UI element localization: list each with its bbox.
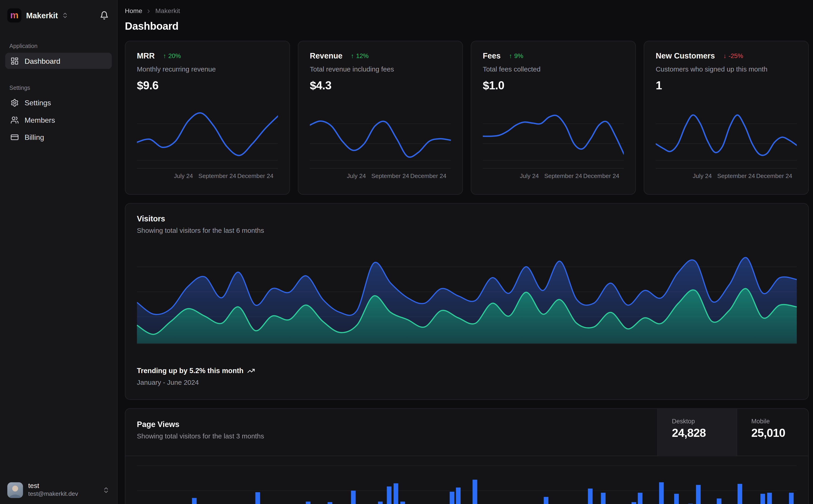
sparkline-x-axis: July 24September 24December 24 (310, 173, 451, 180)
sparkline-x-axis: July 24September 24December 24 (483, 173, 624, 180)
app-window: m Makerkit Application Dashboard Setting… (0, 0, 813, 504)
desktop-value: 24,828 (672, 427, 737, 440)
stat-card-new-customers: New Customers ↓-25% Customers who signed… (644, 41, 809, 195)
desktop-label: Desktop (672, 418, 737, 425)
stat-title: Fees (483, 51, 501, 60)
layout-dashboard-icon (11, 57, 19, 65)
page-title: Dashboard (125, 20, 809, 32)
breadcrumb: Home Makerkit (125, 7, 809, 15)
trending-up-icon (247, 367, 255, 375)
user-name: test (28, 482, 97, 490)
stat-title: Revenue (310, 51, 343, 60)
main-content: Home Makerkit Dashboard MRR ↑20% Monthly… (117, 0, 813, 504)
stat-delta-down: ↓-25% (723, 52, 743, 59)
arrow-up-icon: ↑ (509, 52, 512, 59)
sparkline-x-axis: July 24September 24December 24 (656, 173, 797, 180)
stat-subtitle: Total fees collected (483, 65, 624, 73)
page-views-bar-chart (137, 456, 797, 504)
mobile-label: Mobile (751, 418, 808, 425)
workspace-switcher[interactable]: m Makerkit (5, 5, 112, 25)
sidebar-item-billing[interactable]: Billing (5, 129, 112, 145)
sidebar-item-label: Members (24, 116, 55, 124)
sidebar: m Makerkit Application Dashboard Setting… (0, 0, 117, 504)
mobile-value: 25,010 (751, 427, 808, 440)
notifications-button[interactable] (99, 10, 110, 21)
stat-subtitle: Total revenue including fees (310, 65, 451, 73)
sidebar-item-label: Settings (24, 98, 51, 107)
visitors-subtitle: Showing total visitors for the last 6 mo… (137, 227, 797, 234)
mrr-sparkline-chart (137, 105, 278, 169)
nav-group-application: Application (9, 43, 108, 49)
stat-cards-row: MRR ↑20% Monthly recurring revenue $9.6 … (125, 41, 809, 195)
stat-card-revenue: Revenue ↑12% Total revenue including fee… (298, 41, 463, 195)
visitors-card: Visitors Showing total visitors for the … (125, 203, 809, 400)
sidebar-item-dashboard[interactable]: Dashboard (5, 53, 112, 69)
stat-delta-up: ↑20% (163, 52, 181, 59)
user-menu[interactable]: test test@makerkit.dev (5, 481, 112, 499)
logo-letter: m (10, 11, 19, 20)
stat-card-mrr: MRR ↑20% Monthly recurring revenue $9.6 … (125, 41, 290, 195)
stat-subtitle: Customers who signed up this month (656, 65, 797, 73)
user-avatar (7, 482, 23, 498)
stat-title: New Customers (656, 51, 715, 60)
sidebar-item-label: Dashboard (24, 57, 60, 65)
breadcrumb-current: Makerkit (155, 7, 180, 15)
stat-card-fees: Fees ↑9% Total fees collected $1.0 July … (471, 41, 636, 195)
arrow-up-icon: ↑ (163, 52, 166, 59)
sidebar-item-members[interactable]: Members (5, 112, 112, 128)
workspace-name: Makerkit (26, 11, 58, 20)
page-views-card: Page Views Showing total visitors for th… (125, 408, 809, 504)
revenue-sparkline-chart (310, 105, 451, 169)
sparkline-x-axis: July 24September 24December 24 (137, 173, 278, 180)
visitors-footer: Trending up by 5.2% this month (137, 367, 797, 375)
makerkit-logo: m (7, 8, 21, 22)
stat-value: $1.0 (483, 79, 624, 92)
chevron-right-icon (146, 8, 151, 14)
toggle-desktop[interactable]: Desktop 24,828 (657, 409, 737, 456)
trend-text: Trending up by 5.2% this month (137, 367, 244, 375)
page-views-subtitle: Showing total visitors for the last 3 mo… (137, 432, 646, 440)
stat-delta-up: ↑12% (351, 52, 369, 59)
stat-delta-up: ↑9% (509, 52, 523, 59)
new-customers-sparkline-chart (656, 105, 797, 169)
page-views-title: Page Views (137, 420, 646, 429)
toggle-mobile[interactable]: Mobile 25,010 (737, 409, 808, 456)
visitors-area-chart (137, 241, 797, 344)
page-views-titles: Page Views Showing total visitors for th… (125, 409, 657, 456)
credit-card-icon (11, 133, 19, 141)
stat-value: 1 (656, 79, 797, 92)
nav-group-settings: Settings (9, 85, 108, 91)
gear-icon (11, 98, 19, 107)
chevrons-up-down-icon (61, 12, 68, 19)
stat-value: $9.6 (137, 79, 278, 92)
arrow-down-icon: ↓ (723, 52, 727, 59)
sidebar-item-label: Billing (24, 133, 44, 141)
arrow-up-icon: ↑ (351, 52, 354, 59)
page-views-header: Page Views Showing total visitors for th… (125, 409, 808, 456)
visitors-date-range: January - June 2024 (137, 378, 797, 386)
breadcrumb-home-link[interactable]: Home (125, 7, 142, 15)
visitors-title: Visitors (137, 214, 797, 223)
sidebar-item-settings[interactable]: Settings (5, 95, 112, 111)
stat-subtitle: Monthly recurring revenue (137, 65, 278, 73)
users-icon (11, 116, 19, 124)
stat-title: MRR (137, 51, 155, 60)
fees-sparkline-chart (483, 105, 624, 169)
chevrons-up-down-icon (102, 486, 110, 494)
stat-value: $4.3 (310, 79, 451, 92)
user-info: test test@makerkit.dev (28, 482, 97, 498)
bell-icon (100, 11, 109, 20)
user-email: test@makerkit.dev (28, 490, 97, 498)
